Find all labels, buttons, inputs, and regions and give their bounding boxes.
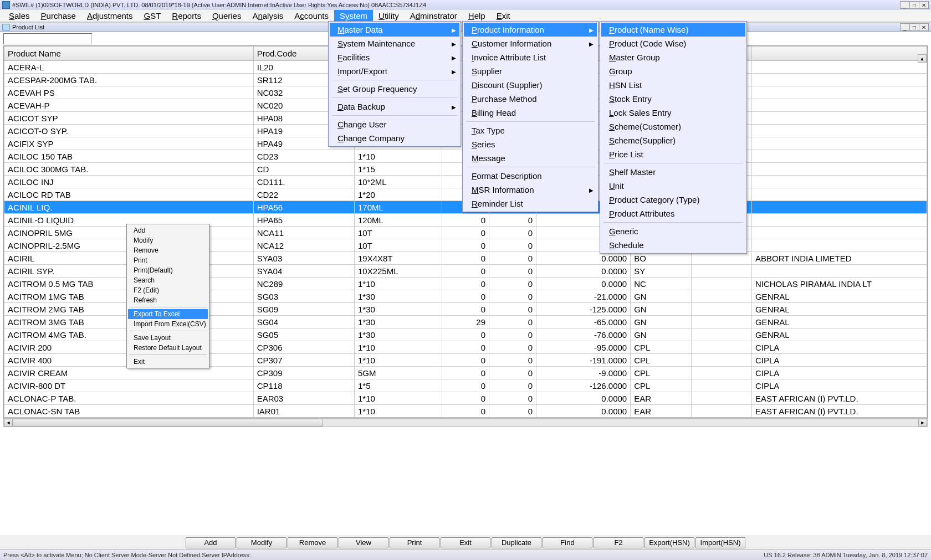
dropdown-item[interactable]: Scheme(Supplier) bbox=[601, 133, 745, 147]
add-button[interactable]: Add bbox=[186, 537, 236, 548]
context-item[interactable]: Print(Default) bbox=[128, 265, 208, 275]
dropdown-item[interactable]: Lock Sales Entry bbox=[601, 106, 745, 120]
dropdown-item[interactable]: Discount (Supplier) bbox=[464, 78, 597, 92]
context-item[interactable]: Print bbox=[128, 255, 208, 265]
dropdown-item[interactable]: Billing Head bbox=[464, 106, 597, 120]
context-item[interactable]: F2 (Edit) bbox=[128, 285, 208, 295]
context-item[interactable]: Remove bbox=[128, 245, 208, 255]
subwindow-minimize-button[interactable]: _ bbox=[900, 23, 910, 31]
dropdown-item[interactable]: MSR Information▶ bbox=[464, 183, 597, 197]
menu-accounts[interactable]: Accounts bbox=[289, 10, 334, 22]
table-cell: 29 bbox=[442, 316, 489, 328]
dropdown-item[interactable]: Group bbox=[601, 64, 745, 78]
dropdown-item[interactable]: Series bbox=[464, 137, 597, 151]
dropdown-item[interactable]: Data Backup▶ bbox=[330, 100, 459, 114]
context-item[interactable]: Exit bbox=[128, 357, 208, 367]
dropdown-item[interactable]: Change Company bbox=[330, 131, 459, 145]
context-item[interactable]: Export To Excel bbox=[128, 309, 208, 319]
menu-utility[interactable]: Utility bbox=[373, 10, 405, 22]
dropdown-item[interactable]: Product Category (Type) bbox=[601, 193, 745, 207]
menu-purchase[interactable]: Purchase bbox=[35, 10, 81, 22]
dropdown-item[interactable]: Stock Entry bbox=[601, 92, 745, 106]
scroll-thumb[interactable] bbox=[13, 419, 323, 427]
context-menu[interactable]: AddModifyRemovePrintPrint(Default)Search… bbox=[126, 224, 209, 368]
context-item[interactable]: Restore Default Layout bbox=[128, 343, 208, 353]
menu-gst[interactable]: GST bbox=[139, 10, 167, 22]
dropdown-item[interactable]: Message bbox=[464, 151, 597, 165]
product-info-dropdown[interactable]: Product (Name Wise)Product (Code Wise)Ma… bbox=[600, 21, 747, 254]
dropdown-item[interactable]: Product (Name Wise) bbox=[601, 23, 745, 37]
table-cell: ACEVAH-P bbox=[4, 99, 254, 112]
menu-adjustments[interactable]: Adjustments bbox=[81, 10, 139, 22]
table-row[interactable]: ACLONAC-P TAB.EAR031*10000.0000EAREAST A… bbox=[4, 392, 927, 405]
dropdown-item[interactable]: Product (Code Wise) bbox=[601, 37, 745, 50]
dropdown-item[interactable]: Unit bbox=[601, 179, 745, 193]
dropdown-item[interactable]: Set Group Frequency bbox=[330, 82, 459, 96]
dropdown-item[interactable]: Reminder List bbox=[464, 197, 597, 210]
scroll-left-arrow-icon[interactable]: ◄ bbox=[4, 419, 13, 427]
subwindow-restore-button[interactable]: □ bbox=[909, 23, 919, 31]
menu-sales[interactable]: Sales bbox=[3, 10, 35, 22]
print-button[interactable]: Print bbox=[390, 537, 439, 548]
context-item[interactable]: Modify bbox=[128, 235, 208, 245]
table-cell: ACEVAH PS bbox=[4, 86, 254, 99]
find-button[interactable]: Find bbox=[543, 537, 592, 548]
column-header[interactable]: Product Name bbox=[4, 47, 254, 61]
dropdown-item[interactable]: Customer Information▶ bbox=[464, 37, 597, 50]
dropdown-item[interactable]: Import/Export▶ bbox=[330, 64, 459, 78]
remove-button[interactable]: Remove bbox=[288, 537, 337, 548]
duplicate-button[interactable]: Duplicate bbox=[492, 537, 541, 548]
dropdown-item[interactable]: Format Description bbox=[464, 169, 597, 183]
context-item[interactable]: Add bbox=[128, 225, 208, 235]
table-row[interactable]: ACLONAC-SN TABIAR011*10000.0000EAREAST A… bbox=[4, 405, 927, 418]
menu-queries[interactable]: Queries bbox=[207, 10, 247, 22]
table-cell: ACIVIR-800 DT bbox=[4, 379, 254, 392]
dropdown-item[interactable]: Product Information▶ bbox=[464, 23, 597, 37]
dropdown-item[interactable]: Invoice Attribute List bbox=[464, 50, 597, 64]
dropdown-item[interactable]: Product Attributes bbox=[601, 207, 745, 220]
context-item[interactable]: Save Layout bbox=[128, 333, 208, 343]
dropdown-item[interactable]: System Maintenance▶ bbox=[330, 37, 459, 50]
dropdown-item[interactable]: Tax Type bbox=[464, 124, 597, 137]
dropdown-item[interactable]: Purchase Method bbox=[464, 92, 597, 106]
import-hsn--button[interactable]: Import(HSN) bbox=[695, 537, 745, 548]
subwindow-close-button[interactable]: ✕ bbox=[919, 23, 929, 31]
table-row[interactable]: ACIVIR-800 DTCP1181*500-126.0000CPLCIPLA bbox=[4, 379, 927, 392]
menu-analysis[interactable]: Analysis bbox=[247, 10, 289, 22]
export-hsn--button[interactable]: Export(HSN) bbox=[644, 537, 694, 548]
scroll-right-arrow-icon[interactable]: ► bbox=[918, 419, 927, 427]
exit-button[interactable]: Exit bbox=[441, 537, 490, 548]
view-button[interactable]: View bbox=[339, 537, 388, 548]
menu-adminstrator[interactable]: Adminstrator bbox=[405, 10, 463, 22]
menu-reports[interactable]: Reports bbox=[166, 10, 207, 22]
restore-button[interactable]: □ bbox=[909, 1, 919, 9]
horizontal-scrollbar[interactable]: ◄ ► bbox=[3, 418, 928, 427]
dropdown-item[interactable]: HSN List bbox=[601, 78, 745, 92]
dropdown-item[interactable]: Price List bbox=[601, 147, 745, 161]
dropdown-item[interactable]: Generic bbox=[601, 224, 745, 238]
dropdown-item[interactable]: Schedule bbox=[601, 238, 745, 252]
close-button[interactable]: ✕ bbox=[919, 1, 929, 9]
context-item[interactable]: Import From Excel(CSV) bbox=[128, 319, 208, 329]
column-header[interactable] bbox=[751, 47, 927, 61]
system-dropdown[interactable]: Master Data▶System Maintenance▶Facilitie… bbox=[328, 21, 461, 147]
dropdown-item[interactable]: Facilities▶ bbox=[330, 50, 459, 64]
context-item[interactable]: Search bbox=[128, 275, 208, 285]
f2-button[interactable]: F2 bbox=[594, 537, 643, 548]
minimize-button[interactable]: _ bbox=[900, 1, 910, 9]
dropdown-item[interactable]: Scheme(Customer) bbox=[601, 120, 745, 133]
scroll-up-arrow-icon[interactable]: ▲ bbox=[918, 54, 927, 63]
table-cell: 5GM bbox=[354, 367, 442, 379]
dropdown-item[interactable]: Shelf Master bbox=[601, 165, 745, 179]
menu-exit[interactable]: Exit bbox=[491, 10, 516, 22]
dropdown-item[interactable]: Change User bbox=[330, 117, 459, 131]
search-input[interactable] bbox=[3, 33, 92, 44]
dropdown-item[interactable]: Master Group bbox=[601, 50, 745, 64]
context-item[interactable]: Refresh bbox=[128, 295, 208, 305]
menu-system[interactable]: System bbox=[334, 10, 373, 22]
dropdown-item[interactable]: Supplier bbox=[464, 64, 597, 78]
menu-help[interactable]: Help bbox=[463, 10, 491, 22]
dropdown-item[interactable]: Master Data▶ bbox=[330, 23, 459, 37]
modify-button[interactable]: Modify bbox=[237, 537, 287, 548]
master-data-dropdown[interactable]: Product Information▶Customer Information… bbox=[462, 21, 598, 212]
